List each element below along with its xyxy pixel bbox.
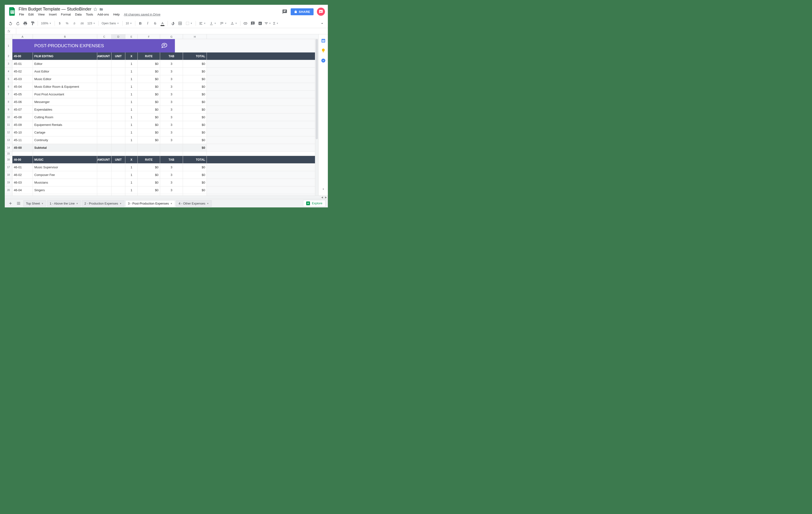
spreadsheet-grid[interactable]: A B C D E F G H 1 POST-PRODUCTION EXPENS… [5, 34, 318, 195]
cell[interactable]: 46-01 [12, 164, 33, 171]
cell[interactable]: Messenger [33, 98, 97, 106]
cell[interactable]: MUSIC [33, 156, 97, 163]
col-header-b[interactable]: B [33, 34, 97, 39]
col-header-g[interactable]: G [160, 34, 183, 39]
cell[interactable] [112, 186, 125, 194]
cell[interactable]: Subtotal [33, 144, 97, 152]
cell[interactable]: Post Prod Accountant [33, 90, 97, 98]
cell[interactable]: Continuity [33, 136, 97, 144]
cell[interactable]: 3 [160, 186, 183, 194]
cell-empty[interactable] [207, 106, 318, 113]
cell[interactable]: 45-05 [12, 90, 33, 98]
sheet-tab[interactable]: Top Sheet ▼ [23, 200, 46, 207]
col-header-d[interactable]: D [112, 34, 125, 39]
cell-empty[interactable] [207, 156, 318, 163]
row-header[interactable]: 18 [5, 171, 12, 179]
cell[interactable]: 45-00 [12, 52, 33, 60]
cell[interactable]: 45-11 [12, 136, 33, 144]
cell[interactable] [112, 194, 125, 195]
fill-color-icon[interactable] [169, 20, 176, 27]
insert-comment-icon[interactable] [250, 20, 256, 27]
cell[interactable]: $0 [138, 129, 160, 136]
row-header[interactable]: 5 [5, 75, 12, 83]
cell[interactable] [97, 75, 112, 83]
explore-button[interactable]: ✦ Explore [303, 200, 325, 207]
sheet-tab[interactable]: 2 - Production Expenses ▼ [82, 200, 124, 207]
banner-title[interactable]: POST-PRODUCTION EXPENSES [12, 39, 175, 52]
cell[interactable]: $0 [138, 60, 160, 67]
cell[interactable]: 45-10 [12, 129, 33, 136]
cell[interactable]: 3 [160, 121, 183, 129]
cell[interactable]: 1 [125, 75, 138, 83]
cell[interactable] [138, 144, 160, 152]
cell[interactable] [97, 129, 112, 136]
cell[interactable] [112, 164, 125, 171]
menu-file[interactable]: File [19, 12, 24, 16]
cell[interactable]: AMOUNT [97, 52, 112, 60]
cell[interactable]: $0 [138, 98, 160, 106]
cell[interactable] [112, 83, 125, 90]
cell[interactable]: $0 [183, 106, 207, 113]
cell[interactable]: 46-03 [12, 179, 33, 186]
tasks-icon[interactable] [321, 58, 326, 63]
cell-empty[interactable] [207, 90, 318, 98]
cell[interactable]: UNIT [112, 156, 125, 163]
menu-format[interactable]: Format [61, 12, 71, 16]
cell[interactable]: Song Writers [33, 194, 97, 195]
cell[interactable]: TOTAL [183, 52, 207, 60]
save-status[interactable]: All changes saved in Drive [124, 12, 161, 16]
cell[interactable]: Music Supervisor [33, 164, 97, 171]
cell[interactable] [97, 113, 112, 121]
cell[interactable]: $0 [183, 90, 207, 98]
row-header[interactable]: 19 [5, 179, 12, 186]
cell[interactable] [97, 90, 112, 98]
more-formats-dropdown[interactable]: 123▼ [86, 20, 97, 27]
cell[interactable]: $0 [138, 136, 160, 144]
row-header[interactable]: 15 [5, 152, 12, 156]
scroll-right-icon[interactable]: ▶ [324, 196, 328, 199]
cell-empty[interactable] [207, 83, 318, 90]
cell[interactable]: TOTAL [183, 156, 207, 163]
cell[interactable]: 1 [125, 171, 138, 179]
cell[interactable]: Singers [33, 186, 97, 194]
undo-icon[interactable] [7, 20, 14, 27]
cell[interactable]: $0 [183, 144, 207, 152]
text-color-icon[interactable]: A [159, 20, 166, 27]
cell[interactable] [97, 98, 112, 106]
cell[interactable]: 45-01 [12, 60, 33, 67]
select-all-corner[interactable] [5, 34, 12, 39]
cell[interactable]: 3 [160, 68, 183, 75]
row-header[interactable]: 9 [5, 106, 12, 113]
text-rotation-icon[interactable]: ▼ [229, 20, 239, 27]
share-button[interactable]: SHARE [291, 8, 314, 15]
row-header[interactable]: 13 [5, 136, 12, 144]
cell[interactable]: 1 [125, 98, 138, 106]
merge-cells-icon[interactable]: ▼ [184, 20, 194, 27]
menu-tools[interactable]: Tools [86, 12, 93, 16]
cell[interactable]: Cutting Room [33, 113, 97, 121]
all-sheets-icon[interactable] [15, 200, 22, 207]
decrease-decimal-icon[interactable]: .0 [71, 20, 78, 27]
cell[interactable]: 45-09 [12, 121, 33, 129]
cell[interactable] [97, 171, 112, 179]
cell[interactable]: 1 [125, 68, 138, 75]
cell[interactable]: $0 [183, 186, 207, 194]
cell[interactable] [112, 121, 125, 129]
cell[interactable]: 1 [125, 129, 138, 136]
cell[interactable] [112, 113, 125, 121]
cell[interactable]: Musicians [33, 179, 97, 186]
cell[interactable]: 3 [160, 98, 183, 106]
cell[interactable]: $0 [183, 129, 207, 136]
cell-empty[interactable] [207, 121, 318, 129]
scroll-left-icon[interactable]: ◀ [320, 196, 324, 199]
cell[interactable]: 1 [125, 106, 138, 113]
cell[interactable]: 1 [125, 136, 138, 144]
cell[interactable]: X [125, 156, 138, 163]
cell[interactable] [97, 186, 112, 194]
col-header-a[interactable]: A [12, 34, 33, 39]
cell[interactable]: $0 [183, 98, 207, 106]
row-header[interactable]: 6 [5, 83, 12, 90]
cell[interactable] [97, 121, 112, 129]
cell[interactable]: X [125, 52, 138, 60]
cell-empty[interactable] [207, 129, 318, 136]
